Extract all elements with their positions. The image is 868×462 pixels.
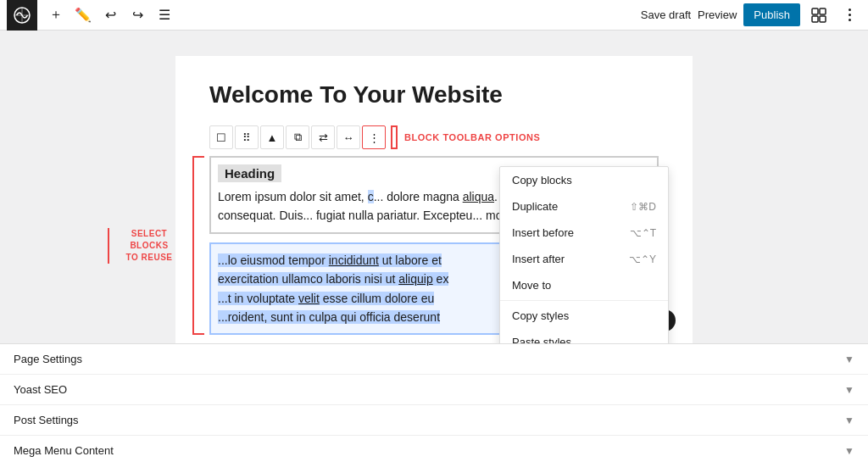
panel-page-settings-chevron: ▼	[844, 353, 854, 365]
panel-yoast-seo-label: Yoast SEO	[14, 383, 67, 396]
undo-button[interactable]: ↩	[98, 3, 122, 27]
panel-post-settings-label: Post Settings	[14, 414, 79, 426]
select-brace	[192, 156, 204, 335]
more-block-options-button[interactable]: ⋮	[362, 125, 386, 149]
wp-logo-icon	[14, 7, 31, 24]
panel-mega-menu-chevron: ▼	[844, 445, 854, 457]
add-block-button[interactable]: ＋	[44, 3, 68, 27]
list-view-button[interactable]: ☰	[153, 3, 176, 27]
context-duplicate-shortcut: ⇧⌘D	[630, 201, 656, 213]
redo-button[interactable]: ↪	[125, 3, 149, 27]
context-paste-styles[interactable]: Paste styles	[500, 329, 668, 343]
panel-post-settings[interactable]: Post Settings ▼	[0, 405, 868, 436]
context-insert-after-shortcut: ⌥⌃Y	[629, 253, 656, 265]
panel-yoast-seo[interactable]: Yoast SEO ▼	[0, 375, 868, 405]
copy-button[interactable]: ⧉	[286, 125, 309, 149]
panel-post-settings-chevron: ▼	[844, 415, 854, 426]
context-move-to[interactable]: Move to	[500, 272, 668, 298]
context-paste-styles-label: Paste styles	[512, 336, 571, 343]
toolbar-highlight-box	[391, 125, 398, 149]
context-insert-before-label: Insert before	[512, 226, 574, 239]
context-duplicate-label: Duplicate	[512, 200, 558, 213]
top-bar-right: Save draft Preview Publish	[641, 3, 861, 27]
panel-mega-menu[interactable]: Mega Menu Content ▼	[0, 436, 868, 462]
context-divider-1	[500, 300, 668, 301]
settings-panel-icon	[811, 8, 826, 23]
context-insert-after[interactable]: Insert after ⌥⌃Y	[500, 246, 668, 272]
panel-mega-menu-label: Mega Menu Content	[14, 444, 114, 457]
context-copy-blocks[interactable]: Copy blocks	[500, 167, 668, 193]
context-menu: Copy blocks Duplicate ⇧⌘D Insert before …	[499, 166, 669, 343]
block-toolbar-label: BLOCK TOOLBAR OPTIONS	[404, 132, 540, 142]
context-move-to-label: Move to	[512, 279, 551, 292]
drag-handle-button[interactable]: ⠿	[235, 125, 259, 149]
select-blocks-label: SELECTBLOCKSTO REUSE	[108, 228, 184, 264]
svg-rect-2	[820, 8, 826, 14]
context-duplicate[interactable]: Duplicate ⇧⌘D	[500, 193, 668, 220]
context-insert-before[interactable]: Insert before ⌥⌃T	[500, 220, 668, 246]
context-copy-styles[interactable]: Copy styles	[500, 303, 668, 329]
context-copy-blocks-label: Copy blocks	[512, 174, 572, 186]
save-draft-button[interactable]: Save draft	[641, 8, 691, 21]
bottom-panels: Page Settings ▼ Yoast SEO ▼ Post Setting…	[0, 343, 868, 462]
move-up-button[interactable]: ▲	[260, 125, 284, 149]
preview-button[interactable]: Preview	[698, 8, 737, 21]
post-title[interactable]: Welcome To Your Website	[209, 81, 659, 109]
panel-yoast-seo-chevron: ▼	[844, 384, 854, 396]
top-bar-left: ＋ ✏️ ↩ ↪ ☰	[7, 0, 641, 31]
context-insert-before-shortcut: ⌥⌃T	[630, 227, 656, 239]
editor-area: Welcome To Your Website ☐ ⠿ ▲ ⧉ ⇄ ↔ ⋮ BL…	[0, 31, 868, 343]
tools-button[interactable]: ✏️	[71, 3, 95, 27]
svg-rect-4	[820, 16, 826, 22]
publish-button[interactable]: Publish	[743, 3, 800, 26]
context-insert-after-label: Insert after	[512, 253, 565, 265]
panel-page-settings-label: Page Settings	[14, 353, 82, 365]
wp-logo	[7, 0, 37, 31]
svg-rect-1	[812, 8, 818, 14]
more-options-icon	[849, 8, 851, 21]
resize-button[interactable]: ↔	[337, 125, 360, 149]
panel-page-settings[interactable]: Page Settings ▼	[0, 344, 868, 375]
more-options-button[interactable]	[837, 3, 861, 27]
editor-content: Welcome To Your Website ☐ ⠿ ▲ ⧉ ⇄ ↔ ⋮ BL…	[175, 56, 693, 343]
svg-rect-3	[812, 16, 818, 22]
context-copy-styles-label: Copy styles	[512, 309, 569, 322]
settings-panel-button[interactable]	[807, 3, 831, 27]
heading-block-label: Heading	[218, 164, 281, 182]
top-bar: ＋ ✏️ ↩ ↪ ☰ Save draft Preview Publish	[0, 0, 868, 31]
block-switcher-button[interactable]: ☐	[209, 125, 233, 149]
transform-button[interactable]: ⇄	[311, 125, 335, 149]
block-toolbar: ☐ ⠿ ▲ ⧉ ⇄ ↔ ⋮ BLOCK TOOLBAR OPTIONS	[209, 125, 659, 149]
